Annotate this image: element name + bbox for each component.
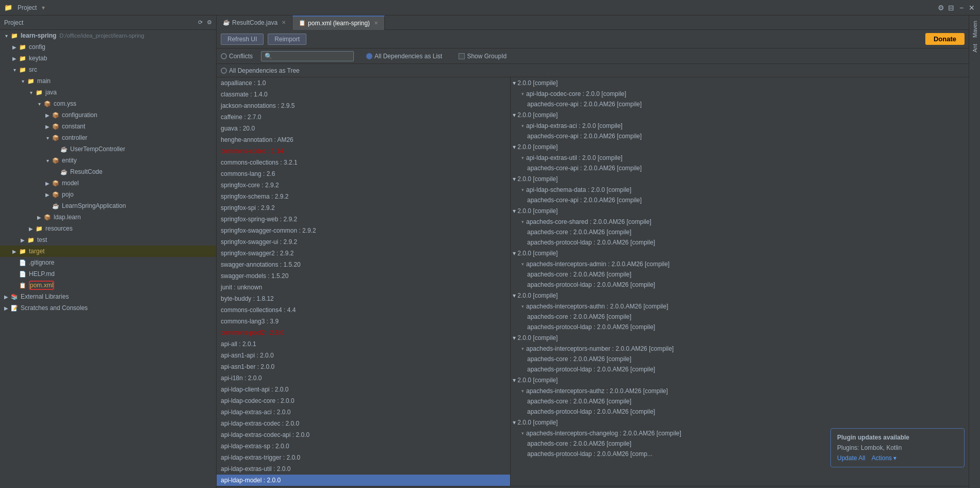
reimport-button[interactable]: Reimport [268,34,306,45]
all-deps-tree-radio[interactable] [221,68,227,74]
dep-api-ldap-extras-codec[interactable]: api-ldap-extras-codec : 2.0.0 [217,418,510,429]
dep-henghe-annotation[interactable]: henghe-annotation : AM26 [217,134,510,145]
sidebar-item-external-libs[interactable]: ▶ 📚 External Libraries [0,291,216,302]
close-icon[interactable]: ✕ [968,4,976,12]
dep-api-ldap-codec-core[interactable]: api-ldap-codec-core : 2.0.0 [217,395,510,406]
dep-springfox-swagger2[interactable]: springfox-swagger2 : 2.9.2 [217,248,510,259]
dep-api-ldap-extras-aci[interactable]: api-ldap-extras-aci : 2.0.0 [217,406,510,418]
sidebar-item-entity[interactable]: ▾ 📦 entity [0,155,216,166]
dep-swagger-annotations[interactable]: swagger-annotations : 1.5.20 [217,259,510,270]
dep-commons-pool2[interactable]: commons-pool2 : 2.8.0 [217,327,510,338]
sidebar-item-usertempcontroller[interactable]: ▶ ☕ UserTempController [0,143,216,155]
dep-springfox-schema[interactable]: springfox-schema : 2.9.2 [217,191,510,202]
dep-commons-lang3[interactable]: commons-lang3 : 3.9 [217,316,510,327]
dep-tree-interceptors-authn[interactable]: ▾ apacheds-interceptors-authn : 2.0.0.AM… [511,301,969,312]
dep-tree-ldap-extras-util[interactable]: ▾ api-ldap-extras-util : 2.0.0 [compile] [511,153,969,163]
tab-resultcode[interactable]: ☕ ResultCode.java ✕ [217,15,292,30]
dep-api-ldap-model[interactable]: api-ldap-model : 2.0.0 [217,475,510,486]
dep-springfox-core[interactable]: springfox-core : 2.9.2 [217,180,510,191]
minus-icon[interactable]: − [957,4,966,12]
all-deps-list-radio[interactable] [366,53,372,59]
sidebar-item-pojo[interactable]: ▶ 📦 pojo [0,189,216,200]
dep-tree-core-api-2[interactable]: apacheds-core-api : 2.0.0.AM26 [compile] [511,131,969,141]
sidebar-settings-icon[interactable]: ⚙ [207,19,212,26]
donate-button[interactable]: Donate [925,33,965,45]
dep-commons-lang[interactable]: commons-lang : 2.6 [217,168,510,180]
dep-commons-codec[interactable]: commons-codec : 1.14 [217,145,510,157]
sidebar-item-java[interactable]: ▾ 📁 java [0,87,216,98]
dep-classmate[interactable]: classmate : 1.4.0 [217,89,510,100]
sidebar-item-scratches[interactable]: ▶ 📝 Scratches and Consoles [0,302,216,314]
dep-tree-protocol-ldap-6[interactable]: apacheds-protocol-ldap : 2.0.0.AM26 [com… [511,280,969,290]
sidebar-item-constant[interactable]: ▶ 📦 constant [0,121,216,132]
sidebar-item-resultcode[interactable]: ▶ ☕ ResultCode [0,166,216,177]
dep-api-ldap-extras-codec-api[interactable]: api-ldap-extras-codec-api : 2.0.0 [217,429,510,441]
dep-api-all[interactable]: api-all : 2.0.1 [217,338,510,350]
dep-commons-collections[interactable]: commons-collections : 3.2.1 [217,157,510,168]
sidebar-item-src[interactable]: ▾ 📁 src [0,64,216,75]
dep-tree-protocol-ldap-7[interactable]: apacheds-protocol-ldap : 2.0.0.AM26 [com… [511,322,969,332]
dep-aopalliance[interactable]: aopalliance : 1.0 [217,77,510,89]
notification-update-all[interactable]: Update All [837,454,865,462]
dep-tree-core-api-3[interactable]: apacheds-core-api : 2.0.0.AM26 [compile] [511,163,969,173]
dep-jackson-annotations[interactable]: jackson-annotations : 2.9.5 [217,100,510,111]
dep-tree-interceptors-admin[interactable]: ▾ apacheds-interceptors-admin : 2.0.0.AM… [511,259,969,269]
dep-api-ldap-extras-util[interactable]: api-ldap-extras-util : 2.0.0 [217,463,510,475]
dep-tree-core-8[interactable]: apacheds-core : 2.0.0.AM26 [compile] [511,354,969,364]
dep-tree-core-9[interactable]: apacheds-core : 2.0.0.AM26 [compile] [511,396,969,406]
sidebar-item-model[interactable]: ▶ 📦 model [0,177,216,189]
dep-tree-core-7[interactable]: apacheds-core : 2.0.0.AM26 [compile] [511,312,969,322]
dep-tree-core-shared[interactable]: ▾ apacheds-core-shared : 2.0.0.AM26 [com… [511,217,969,227]
dep-guava[interactable]: guava : 20.0 [217,123,510,134]
sidebar-item-learnspringapp[interactable]: ▶ ☕ LearnSpringApplication [0,200,216,212]
dep-springfox-spring-web[interactable]: springfox-spring-web : 2.9.2 [217,214,510,225]
sidebar-item-ldap-learn[interactable]: ▶ 📦 ldap.learn [0,212,216,223]
dep-commons-collections4[interactable]: commons-collections4 : 4.4 [217,304,510,316]
dep-springfox-spi[interactable]: springfox-spi : 2.9.2 [217,202,510,214]
dep-junit[interactable]: junit : unknown [217,282,510,293]
dep-api-ldap-client-api[interactable]: api-ldap-client-api : 2.0.0 [217,384,510,395]
sidebar-sync-icon[interactable]: ⟳ [198,19,203,26]
tab-pom[interactable]: 📋 pom.xml (learn-spring) ✕ [292,15,385,30]
tab-resultcode-close[interactable]: ✕ [282,20,286,25]
dep-tree-core-6[interactable]: apacheds-core : 2.0.0.AM26 [compile] [511,269,969,280]
dep-api-asn1-ber[interactable]: api-asn1-ber : 2.0.0 [217,361,510,372]
sidebar-item-keytab[interactable]: ▶ 📁 keytab [0,53,216,64]
dep-tree-protocol-ldap-5[interactable]: apacheds-protocol-ldap : 2.0.0.AM26 [com… [511,237,969,248]
sidebar-item-test[interactable]: ▶ 📁 test [0,234,216,246]
maven-label[interactable]: Maven [971,18,979,41]
sidebar-item-com-yss[interactable]: ▾ 📦 com.yss [0,98,216,109]
dep-api-ldap-extras-sp[interactable]: api-ldap-extras-sp : 2.0.0 [217,441,510,452]
conflicts-radio[interactable] [221,53,227,59]
dep-springfox-swagger-common[interactable]: springfox-swagger-common : 2.9.2 [217,225,510,236]
dep-caffeine[interactable]: caffeine : 2.7.0 [217,111,510,123]
settings-icon[interactable]: ⚙ [937,4,945,12]
notification-actions[interactable]: Actions ▾ [872,454,897,462]
sidebar-item-config[interactable]: ▶ 📁 config [0,41,216,53]
dep-springfox-swagger-ui[interactable]: springfox-swagger-ui : 2.9.2 [217,236,510,248]
dep-tree-ldap-schema-data[interactable]: ▾ api-ldap-schema-data : 2.0.0 [compile] [511,185,969,195]
sidebar-item-help-md[interactable]: ▶ 📄 HELP.md [0,268,216,280]
dep-tree-core-api-1[interactable]: apacheds-core-api : 2.0.0.AM26 [compile] [511,99,969,109]
dep-tree-ldap-extras-aci[interactable]: ▾ api-ldap-extras-aci : 2.0.0 [compile] [511,121,969,131]
dep-tree-interceptors-number[interactable]: ▾ apacheds-interceptors-number : 2.0.0.A… [511,344,969,354]
title-dropdown-icon[interactable]: ▾ [42,4,45,11]
dep-tree-protocol-ldap-9[interactable]: apacheds-protocol-ldap : 2.0.0.AM26 [com… [511,406,969,417]
dep-tree-core-api-4[interactable]: apacheds-core-api : 2.0.0.AM26 [compile] [511,195,969,205]
dep-api-asn1-api[interactable]: api-asn1-api : 2.0.0 [217,350,510,361]
layout-icon[interactable]: ⊟ [947,4,955,12]
sidebar-item-pom-xml[interactable]: ▶ 📋 pom.xml [0,280,216,291]
dep-tree-protocol-ldap-8[interactable]: apacheds-protocol-ldap : 2.0.0.AM26 [com… [511,364,969,375]
dep-swagger-models[interactable]: swagger-models : 1.5.20 [217,270,510,282]
tree-root[interactable]: ▾ 📁 learn-spring D:/office/idea_project/… [0,30,216,41]
sidebar-item-gitignore[interactable]: ▶ 📄 .gitignore [0,257,216,268]
dep-tree-interceptors-authz[interactable]: ▾ apacheds-interceptors-authz : 2.0.0.AM… [511,386,969,396]
dep-byte-buddy[interactable]: byte-buddy : 1.8.12 [217,293,510,304]
dep-search-input[interactable] [261,51,354,61]
show-groupid-checkbox[interactable] [459,53,465,59]
sidebar-item-resources[interactable]: ▶ 📁 resources [0,223,216,234]
dep-api-ldap-extras-trigger[interactable]: api-ldap-extras-trigger : 2.0.0 [217,452,510,463]
sidebar-item-controller[interactable]: ▾ 📦 controller [0,132,216,143]
tab-pom-close[interactable]: ✕ [374,20,378,26]
sidebar-item-target[interactable]: ▶ 📁 target [0,246,216,257]
